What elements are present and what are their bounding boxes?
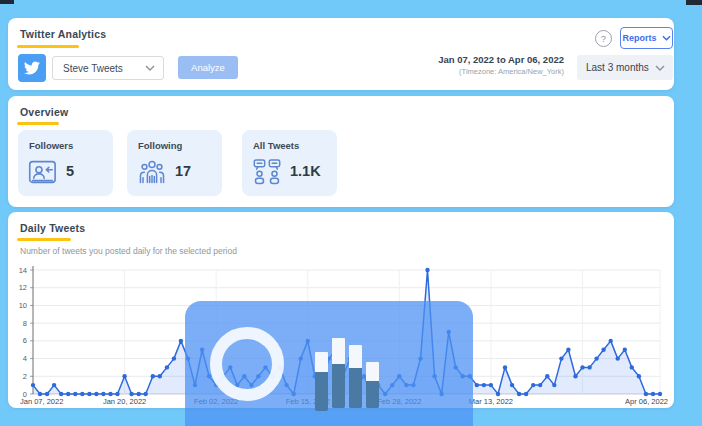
app-window: Twitter Analytics Steve Tweets Analyze ?…: [0, 0, 702, 426]
data-point: [108, 392, 112, 396]
stat-card-followers: Followers 5: [18, 130, 113, 196]
data-point: [122, 374, 126, 378]
data-point: [517, 392, 521, 396]
y-axis-label: 2: [23, 372, 27, 381]
x-axis-label: Jan 20, 2022: [103, 397, 146, 406]
data-point: [580, 365, 584, 369]
y-axis-label: 14: [19, 266, 27, 275]
overview-title: Overview: [20, 106, 68, 118]
data-point: [475, 383, 479, 387]
stat-label: Followers: [29, 140, 73, 151]
bar-chart-icon: [332, 338, 345, 408]
twitter-logo-icon: [18, 54, 46, 82]
data-point: [165, 365, 169, 369]
overview-title-underline: [17, 122, 59, 125]
data-point: [651, 392, 655, 396]
tab-twitter-analytics[interactable]: Twitter Analytics: [20, 28, 106, 40]
x-axis-label: Apr 06, 2022: [625, 397, 668, 406]
data-point: [31, 383, 35, 387]
data-point: [566, 348, 570, 352]
data-point: [482, 383, 486, 387]
data-point: [531, 383, 535, 387]
data-point: [94, 392, 98, 396]
stat-label: Following: [138, 140, 182, 151]
reports-button[interactable]: Reports: [620, 27, 673, 49]
chevron-down-icon: [662, 35, 671, 41]
stat-label: All Tweets: [253, 140, 299, 151]
data-point: [552, 383, 556, 387]
x-axis-label: Jan 07, 2022: [20, 397, 63, 406]
chevron-down-icon: [145, 65, 155, 71]
data-point: [623, 348, 627, 352]
header-card: Twitter Analytics Steve Tweets Analyze ?…: [8, 18, 674, 90]
data-point: [594, 356, 598, 360]
ring-icon: [210, 327, 284, 401]
data-point: [45, 392, 49, 396]
window-corner-left: [0, 0, 14, 4]
data-point: [101, 392, 105, 396]
data-point: [137, 392, 141, 396]
bar-chart-icon: [349, 345, 362, 408]
y-axis-label: 12: [19, 283, 27, 292]
follower-badge-icon: [28, 158, 58, 190]
chevron-down-icon: [655, 65, 665, 71]
bar-chart-icon: [366, 362, 379, 408]
data-point: [66, 392, 70, 396]
data-point: [425, 268, 429, 272]
data-point: [52, 383, 56, 387]
data-point: [496, 392, 500, 396]
data-point: [616, 356, 620, 360]
data-point: [38, 392, 42, 396]
data-point: [573, 374, 577, 378]
data-point: [510, 383, 514, 387]
data-point: [129, 392, 133, 396]
data-point: [601, 348, 605, 352]
data-point: [59, 392, 63, 396]
date-range-text: Jan 07, 2022 to Apr 06, 2022: [438, 54, 564, 65]
data-point: [115, 392, 119, 396]
timezone-text: (Timezone: America/New_York): [438, 67, 564, 76]
data-point: [80, 392, 84, 396]
reports-button-label: Reports: [622, 33, 656, 43]
period-select[interactable]: Last 3 months: [577, 55, 673, 80]
data-point: [538, 383, 542, 387]
y-axis-label: 6: [23, 336, 27, 345]
data-point: [503, 365, 507, 369]
y-axis-label: 4: [23, 354, 27, 363]
people-chat-icon: [252, 158, 282, 190]
data-point: [559, 356, 563, 360]
stat-card-following: Following 17: [127, 130, 222, 196]
data-point: [630, 365, 634, 369]
data-point: [609, 339, 613, 343]
x-axis-label: Mar 13, 2022: [469, 397, 513, 406]
data-point: [658, 392, 662, 396]
y-axis-label: 8: [23, 319, 27, 328]
help-icon[interactable]: ?: [595, 30, 612, 47]
stat-value: 17: [175, 163, 191, 179]
data-point: [158, 374, 162, 378]
account-select-value: Steve Tweets: [63, 63, 145, 74]
date-range-block: Jan 07, 2022 to Apr 06, 2022 (Timezone: …: [438, 54, 564, 76]
data-point: [87, 392, 91, 396]
stat-value: 5: [66, 163, 74, 179]
data-point: [637, 374, 641, 378]
watermark-overlay: [185, 301, 473, 426]
data-point: [489, 383, 493, 387]
stat-card-all-tweets: All Tweets 1.1K: [242, 130, 337, 196]
stat-value: 1.1K: [290, 163, 321, 179]
data-point: [151, 374, 155, 378]
data-point: [179, 339, 183, 343]
data-point: [524, 392, 528, 396]
people-group-icon: [137, 158, 167, 190]
period-select-value: Last 3 months: [586, 62, 655, 73]
analyze-button[interactable]: Analyze: [178, 56, 238, 79]
active-tab-underline: [17, 45, 79, 48]
overview-card: Overview Followers 5 Following: [8, 96, 674, 207]
data-point: [644, 392, 648, 396]
data-point: [545, 374, 549, 378]
y-axis-label: 10: [19, 301, 27, 310]
data-point: [73, 392, 77, 396]
account-select[interactable]: Steve Tweets: [52, 56, 164, 80]
bar-chart-icon: [315, 352, 328, 411]
data-point: [144, 392, 148, 396]
